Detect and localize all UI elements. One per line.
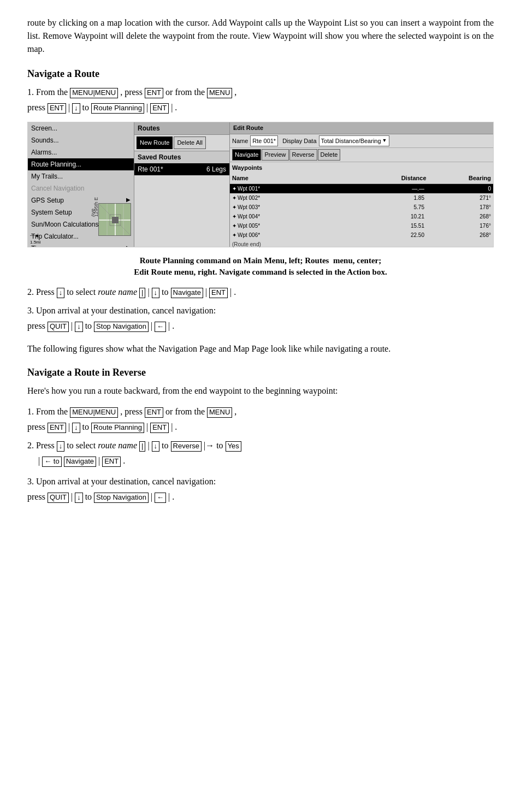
edit-name-row: Name Rte 001* Display Data Total Distanc… xyxy=(230,134,493,149)
s2-step1-end: , xyxy=(234,405,236,418)
wpt-dist-2: 1.85 xyxy=(362,194,424,202)
wpt-icon-4: ✦ xyxy=(232,212,236,221)
s2-route-plan-key: Route Planning xyxy=(91,423,144,433)
intro-paragraph: route by clicking on a map location with… xyxy=(27,16,494,56)
step1-line1: 1. From the MENU|MENU , press ENT or fro… xyxy=(27,86,494,99)
left-key: ← xyxy=(155,322,166,332)
s2-down-key-2b: ↓ xyxy=(152,441,160,452)
wpt-row-2[interactable]: ✦ Wpt 002* 1.85 271° xyxy=(230,193,493,203)
s2-pipe-8: | xyxy=(151,490,152,503)
wpt-dist-1: —.— xyxy=(362,185,424,193)
delete-btn[interactable]: Delete xyxy=(318,149,341,161)
wpt-bearing-4: 268° xyxy=(429,212,491,221)
step2-prefix: 2. Press xyxy=(27,286,55,299)
wpt-bearing-6: 268° xyxy=(429,231,491,239)
s2-step2-select: to select xyxy=(67,439,96,452)
s2-yes-key: Yes xyxy=(226,441,241,452)
wpt-row-6[interactable]: ✦ Wpt 006* 22.50 268° xyxy=(230,230,493,240)
new-route-btn[interactable]: New Route xyxy=(137,137,173,149)
route-item[interactable]: Rte 001* 6 Legs xyxy=(134,163,229,175)
wpt-bearing-5: 176° xyxy=(429,222,491,230)
col-bearing: Bearing xyxy=(427,174,492,183)
enter-key2: ENT xyxy=(48,103,66,114)
s2-ent-key4: ENT xyxy=(102,457,121,467)
s2-step3b-press: press xyxy=(27,490,45,503)
wpt-row-1[interactable]: ✦ Wpt 001* —.— 0 xyxy=(230,184,493,193)
step3-line2: press QUIT | ↓ to Stop Navigation | ← | … xyxy=(27,319,494,333)
dropdown-arrow-icon: ▼ xyxy=(382,137,387,145)
edit-route-header: Edit Route xyxy=(230,122,493,134)
edit-route-panel: Edit Route Name Rte 001* Display Data To… xyxy=(230,122,493,247)
wpt-name-3: Wpt 003* xyxy=(238,203,362,211)
s2-pipe-box: | xyxy=(139,441,145,452)
down-key-2: ↓ xyxy=(57,288,65,298)
s2-step2-block: 2. Press ↓ to select route name | | ↓ to… xyxy=(27,439,494,467)
s2-pipe2: | xyxy=(146,420,148,434)
wpt-name-2: Wpt 002* xyxy=(238,194,362,202)
col-distance: Distance xyxy=(362,174,427,183)
s2-to3: to xyxy=(85,490,92,503)
menu-cancel-nav: Cancel Navigation xyxy=(28,182,134,194)
wpt-name-5: Wpt 005* xyxy=(238,222,362,230)
pipe-7: | xyxy=(168,319,170,333)
step2-line: 2. Press ↓ to select route name | | ↓ to… xyxy=(27,286,494,299)
navigate-btn[interactable]: Navigate xyxy=(232,149,261,161)
wpt-bearing-3: 178° xyxy=(429,203,491,211)
map-preview xyxy=(98,203,131,236)
s2-reverse-key: Reverse xyxy=(171,441,202,452)
routes-panel: Routes New Route Delete All Saved Routes… xyxy=(134,122,230,247)
s2-step1-or: or from the xyxy=(165,405,205,418)
menu-alarms: Alarms... xyxy=(28,146,134,158)
wpt-dist-6: 22.50 xyxy=(362,231,424,239)
pipe-box-2: | xyxy=(139,288,145,298)
s2-left-key: ← to xyxy=(42,457,61,467)
caption-line2: Edit Route menu, right. Navigate command… xyxy=(134,268,387,276)
s2-period1: . xyxy=(175,420,177,434)
step2-italic: route name xyxy=(98,286,137,299)
s2-quit-key: QUIT xyxy=(48,493,69,503)
period1: . xyxy=(175,101,177,114)
wpt-row-3[interactable]: ✦ Wpt 003* 5.75 178° xyxy=(230,203,493,212)
wpt-icon-3: ✦ xyxy=(232,203,236,211)
s2-step1-block: 1. From the MENU|MENU , press ENT or fro… xyxy=(27,405,494,434)
preview-btn[interactable]: Preview xyxy=(262,149,288,161)
s2-step3-line1: 3. Upon arrival at your destination, can… xyxy=(27,475,494,488)
down-key-3: ↓ xyxy=(75,322,83,332)
s2-navigate-key: Navigate xyxy=(64,457,96,467)
section2-intro: Here's how you run a route backward, fro… xyxy=(27,384,494,398)
wpt-bearing-1: 0 xyxy=(429,185,491,193)
s2-ent-key2: ENT xyxy=(48,423,66,433)
down-arrow-key: ↓ xyxy=(72,103,80,114)
step1b-pipe: | xyxy=(68,101,70,114)
route-end-label: (Route end) xyxy=(230,240,493,249)
s2-step3-line2: press QUIT | ↓ to Stop Navigation | ← | … xyxy=(27,490,494,503)
wpt-row-4[interactable]: ✦ Wpt 004* 10.21 268° xyxy=(230,212,493,221)
display-data-dropdown[interactable]: Total Distance/Bearing ▼ xyxy=(319,135,389,147)
s2-step2-line1: 2. Press ↓ to select route name | | ↓ to… xyxy=(27,439,494,452)
display-data-label: Display Data xyxy=(282,137,316,146)
step1-press: , press xyxy=(120,86,143,99)
s2-main-menu-key: MENU|MENU xyxy=(70,407,118,418)
wpt-row-5[interactable]: ✦ Wpt 005* 15.51 176° xyxy=(230,221,493,230)
reverse-btn[interactable]: Reverse xyxy=(289,149,317,161)
dropdown-value: Total Distance/Bearing xyxy=(321,137,381,146)
s2-pipe3: | xyxy=(171,420,173,434)
waypoints-section-label: Waypoints xyxy=(230,162,493,174)
s2-ent-key3: ENT xyxy=(150,423,169,433)
s2-step1-press: , press xyxy=(120,405,143,418)
rte-name-value: Rte 001* xyxy=(250,135,278,147)
s2-step2-prefix: 2. Press xyxy=(27,439,55,452)
s2-route-name: route name xyxy=(98,439,137,452)
menu-timers: Timers xyxy=(28,242,134,247)
map-scale: —■ 1.5mi xyxy=(30,232,41,246)
wpt-icon-6: ✦ xyxy=(232,231,236,239)
menu-route-planning: Route Planning... xyxy=(28,158,134,170)
following-text: The following figures show what the Navi… xyxy=(27,342,494,355)
wpt-icon-5: ✦ xyxy=(232,222,236,230)
enter-key: ENT xyxy=(145,88,163,98)
s2-pipe-9: | xyxy=(168,490,170,503)
delete-all-btn[interactable]: Delete All xyxy=(174,137,205,149)
main-menu-key: MENU|MENU xyxy=(70,88,118,98)
wpt-icon-1: ✦ xyxy=(232,185,236,193)
s2-pipe-6: | xyxy=(98,454,100,467)
